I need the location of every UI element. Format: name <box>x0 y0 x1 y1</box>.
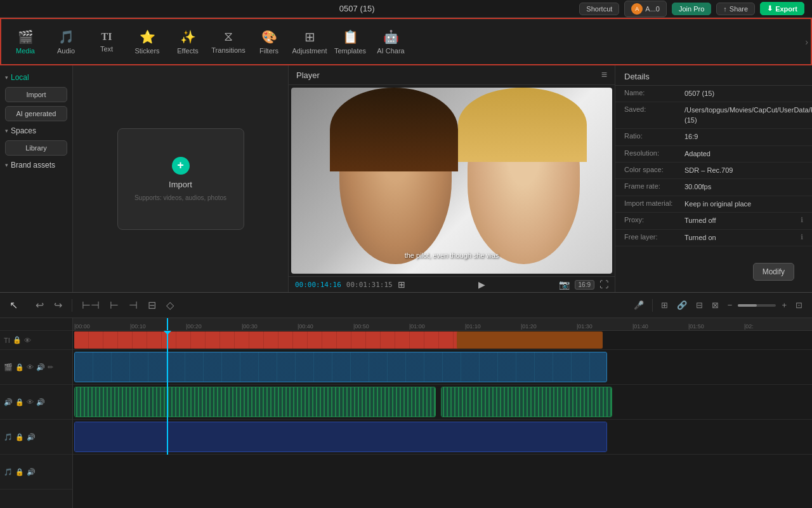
sidebar-item-spaces[interactable]: ▾ Spaces <box>0 124 72 138</box>
magnetic-tool[interactable]: ⊞ <box>658 298 671 312</box>
audio-wave-2 <box>75 422 606 451</box>
text-lock-icon[interactable]: 🔒 <box>13 336 22 344</box>
video-track <box>73 350 812 385</box>
toolbar-item-effects[interactable]: ✨ Effects <box>169 21 207 62</box>
import-button[interactable]: Import <box>5 87 67 102</box>
fullscreen-icon[interactable]: ⛶ <box>599 279 608 290</box>
toolbar-label-templates: Templates <box>334 47 366 55</box>
audio1-lock-icon[interactable]: 🔒 <box>15 398 24 406</box>
grid-view-icon[interactable]: ⊞ <box>398 279 405 290</box>
link-tool[interactable]: 🔗 <box>674 298 690 312</box>
text-clip-2[interactable] <box>457 331 603 349</box>
filters-icon: 🎨 <box>261 29 277 44</box>
share-icon: ↑ <box>723 5 727 13</box>
detail-label-ratio: Ratio: <box>624 132 684 140</box>
toolbar-label-ai-chara: AI Chara <box>377 47 404 55</box>
audio3-lock-icon[interactable]: 🔒 <box>15 468 24 476</box>
toolbar-label-effects: Effects <box>177 47 198 55</box>
toolbar-item-transitions[interactable]: ⧖ Transitions <box>209 21 247 62</box>
audio3-track-icon: 🎵 <box>4 468 13 476</box>
detail-value-name: 0507 (15) <box>684 89 803 98</box>
media-icon: 🎬 <box>18 29 34 44</box>
export-button[interactable]: ⬇ Export <box>760 2 804 15</box>
timeline-left-gutter: TI 🔒 👁 🎬 🔒 👁 🔊 ✏ 🔊 🔒 👁 🔊 🎵 <box>0 318 73 508</box>
video-eye-icon[interactable]: 👁 <box>27 363 34 371</box>
select-tool[interactable]: ↖ <box>6 297 21 313</box>
video-thumb-strip <box>75 352 606 382</box>
timeline-toolbar: ↖ ↩ ↪ ⊢⊣ ⊢ ⊣ ⊟ ◇ 🎤 ⊞ 🔗 ⊟ ⊠ − + ⊡ <box>0 293 812 318</box>
details-panel: Details Name: 0507 (15) Saved: /Users/to… <box>615 65 812 292</box>
zoom-out-btn[interactable]: − <box>724 298 736 312</box>
group-tool[interactable]: ⊟ <box>693 298 706 312</box>
share-button[interactable]: ↑ Share <box>716 3 755 15</box>
audio1-vol-icon[interactable]: 🔊 <box>36 398 45 406</box>
toolbar-label-media: Media <box>16 47 35 55</box>
toolbar-item-stickers[interactable]: ⭐ Stickers <box>128 21 166 62</box>
audio3-vol-icon[interactable]: 🔊 <box>27 468 36 476</box>
screenshot-icon[interactable]: 📷 <box>559 279 570 290</box>
trim-right-tool[interactable]: ⊣ <box>126 297 141 313</box>
audio2-vol-icon[interactable]: 🔊 <box>27 433 36 441</box>
proxy-info-icon[interactable]: ℹ <box>801 216 803 224</box>
audio-track-2 <box>73 420 812 455</box>
fit-timeline-btn[interactable]: ⊡ <box>792 298 806 312</box>
ai-generated-button[interactable]: AI generated <box>5 106 67 121</box>
text-eye-icon[interactable]: 👁 <box>24 337 31 344</box>
library-button[interactable]: Library <box>5 140 67 156</box>
ruler-label-5: |00:50 <box>352 323 369 330</box>
redo-button[interactable]: ↪ <box>51 297 65 313</box>
sidebar-item-brand-assets[interactable]: ▾ Brand assets <box>0 158 72 172</box>
modify-button[interactable]: Modify <box>753 263 794 281</box>
detail-label-freelayer: Free layer: <box>624 233 684 241</box>
import-area[interactable]: + Import Supports: videos, audios, photo… <box>117 128 244 230</box>
shortcut-button[interactable]: Shortcut <box>579 3 619 15</box>
detail-value-saved: /Users/topgus/Movies/CapCut/UserData/Pro… <box>684 105 812 125</box>
toolbar-item-ai-chara[interactable]: 🤖 AI Chara <box>372 21 410 62</box>
player-time-current: 00:00:14:16 <box>295 281 341 289</box>
toolbar-item-templates[interactable]: 📋 Templates <box>331 21 369 62</box>
keyframe-tool[interactable]: ◇ <box>163 297 177 313</box>
freelayer-info-icon[interactable]: ℹ <box>801 233 803 241</box>
brand-assets-label: Brand assets <box>11 161 55 170</box>
zoom-slider[interactable] <box>738 304 776 307</box>
audio-track2-gutter: 🎵 🔒 🔊 <box>0 420 72 455</box>
player-video-bg: the pilot, even though she was <box>291 88 612 274</box>
toolbar-item-audio[interactable]: 🎵 Audio <box>47 21 85 62</box>
audio2-lock-icon[interactable]: 🔒 <box>15 433 24 441</box>
mic-button[interactable]: 🎤 <box>631 298 647 312</box>
ungroup-tool[interactable]: ⊠ <box>709 298 722 312</box>
audio-clip-1b[interactable] <box>441 387 612 417</box>
audio1-eye-icon[interactable]: 👁 <box>27 398 34 406</box>
import-plus-icon: + <box>172 157 190 175</box>
toolbar-item-adjustment[interactable]: ⊞ Adjustment <box>291 21 329 62</box>
toolbar-item-media[interactable]: 🎬 Media <box>6 21 44 62</box>
toolbar-label-transitions: Transitions <box>211 46 245 54</box>
sidebar-item-local[interactable]: ▾ Local <box>0 70 72 84</box>
ruler-label-3: |00:30 <box>240 323 258 330</box>
player-menu-icon[interactable]: ≡ <box>601 69 607 81</box>
audio-wave-1b <box>442 387 612 417</box>
split-tool[interactable]: ⊢⊣ <box>79 297 103 313</box>
toolbar-scroll-arrow[interactable]: › <box>805 37 808 47</box>
ruler-tick-0: |00:00 <box>73 318 90 331</box>
play-button[interactable]: ▶ <box>478 279 485 290</box>
audio-clip-2[interactable] <box>74 422 607 452</box>
join-pro-button[interactable]: Join Pro <box>672 3 711 15</box>
video-audio-icon[interactable]: 🔊 <box>36 363 45 371</box>
undo-button[interactable]: ↩ <box>32 297 47 313</box>
delete-tool[interactable]: ⊟ <box>145 297 159 313</box>
video-edit-icon[interactable]: ✏ <box>48 363 53 371</box>
zoom-in-btn[interactable]: + <box>778 298 790 312</box>
account-button[interactable]: A A...0 <box>624 1 667 17</box>
video-clip-main[interactable] <box>74 352 607 382</box>
brand-arrow-icon: ▾ <box>5 162 8 168</box>
player-controls: 00:00:14:16 00:01:31:15 ⊞ ▶ 📷 16:9 ⛶ <box>289 276 615 292</box>
toolbar-item-text[interactable]: TI Text <box>88 21 126 62</box>
toolbar-item-filters[interactable]: 🎨 Filters <box>250 21 288 62</box>
content-area: ▾ Local Import AI generated ▾ Spaces Lib… <box>0 65 812 292</box>
audio-clip-1a[interactable] <box>74 387 436 417</box>
trim-left-tool[interactable]: ⊢ <box>107 297 122 313</box>
video-lock-icon[interactable]: 🔒 <box>15 363 24 371</box>
top-bar-right: Shortcut A A...0 Join Pro ↑ Share ⬇ Expo… <box>579 1 804 17</box>
zoom-slider-fill <box>738 304 757 307</box>
